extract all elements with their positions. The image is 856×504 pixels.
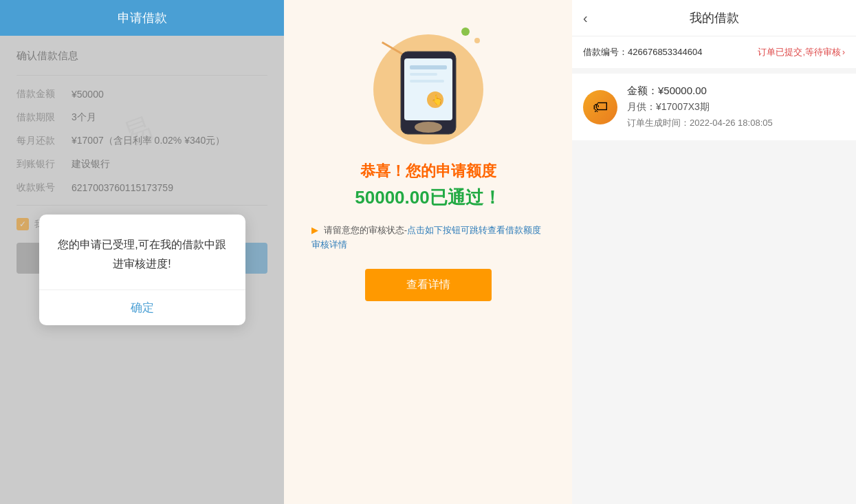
- congrats-title: 恭喜！您的申请额度: [360, 161, 496, 182]
- dialog-overlay: 您的申请已受理,可在我的借款中跟进审核进度! 确定: [0, 36, 284, 504]
- loan-icon-symbol: 🏷: [593, 98, 608, 116]
- congrats-amount: 50000.00已通过！: [355, 186, 501, 210]
- loan-number-row: 借款编号：426676853344604 订单已提交,等待审核 ›: [572, 36, 856, 68]
- svg-text:👆: 👆: [431, 94, 443, 106]
- loan-amount: 金额：¥50000.00: [627, 85, 773, 98]
- svg-point-2: [415, 122, 442, 133]
- left-header: 申请借款: [0, 0, 284, 36]
- right-header: ‹ 我的借款: [572, 0, 856, 36]
- dialog-message: 您的申请已受理,可在我的借款中跟进审核进度!: [56, 235, 229, 272]
- phone-illustration: 👆: [366, 21, 490, 144]
- dialog-confirm-button[interactable]: 确定: [56, 290, 229, 325]
- loan-status-link[interactable]: 订单已提交,等待审核 ›: [758, 46, 845, 58]
- loan-date: 订单生成时间：2022-04-26 18:08:05: [627, 117, 773, 129]
- back-icon: ‹: [583, 10, 588, 25]
- dialog-box: 您的申请已受理,可在我的借款中跟进审核进度! 确定: [39, 215, 245, 325]
- left-content: 易 确认借款信息 借款金额 ¥50000 借款期限 3个月 每月还款 ¥1700…: [0, 36, 284, 504]
- loan-icon: 🏷: [583, 90, 617, 124]
- chevron-right-icon: ›: [842, 47, 845, 57]
- right-title: 我的借款: [690, 10, 739, 26]
- loan-monthly: 月供：¥17007X3期: [627, 101, 773, 113]
- loan-status-text: 订单已提交,等待审核: [758, 46, 841, 58]
- mid-panel: 👆 恭喜！您的申请额度 50000.00已通过！ ▶ 请留意您的审核状态-点击如…: [284, 0, 572, 504]
- svg-rect-5: [410, 80, 444, 83]
- dot-yellow: [474, 38, 480, 43]
- back-button[interactable]: ‹: [583, 10, 588, 26]
- notice-prefix: 请留意您的审核状态-: [324, 225, 407, 235]
- left-panel: 申请借款 易 确认借款信息 借款金额 ¥50000 借款期限 3个月 每月还款 …: [0, 0, 284, 504]
- loan-card: 🏷 金额：¥50000.00 月供：¥17007X3期 订单生成时间：2022-…: [572, 74, 856, 140]
- left-title: 申请借款: [118, 11, 167, 25]
- loan-details: 金额：¥50000.00 月供：¥17007X3期 订单生成时间：2022-04…: [627, 85, 773, 129]
- phone-icon: 👆: [397, 48, 459, 138]
- view-detail-button[interactable]: 查看详情: [365, 269, 492, 301]
- loan-number-label: 借款编号：426676853344604: [583, 46, 702, 58]
- dot-green: [461, 28, 470, 36]
- notice-arrow: ▶: [311, 225, 318, 235]
- right-panel: ‹ 我的借款 借款编号：426676853344604 订单已提交,等待审核 ›…: [572, 0, 856, 504]
- svg-rect-3: [410, 65, 447, 69]
- svg-rect-4: [410, 73, 437, 76]
- notice-text: ▶ 请留意您的审核状态-点击如下按钮可跳转查看借款额度审核详情: [305, 223, 551, 252]
